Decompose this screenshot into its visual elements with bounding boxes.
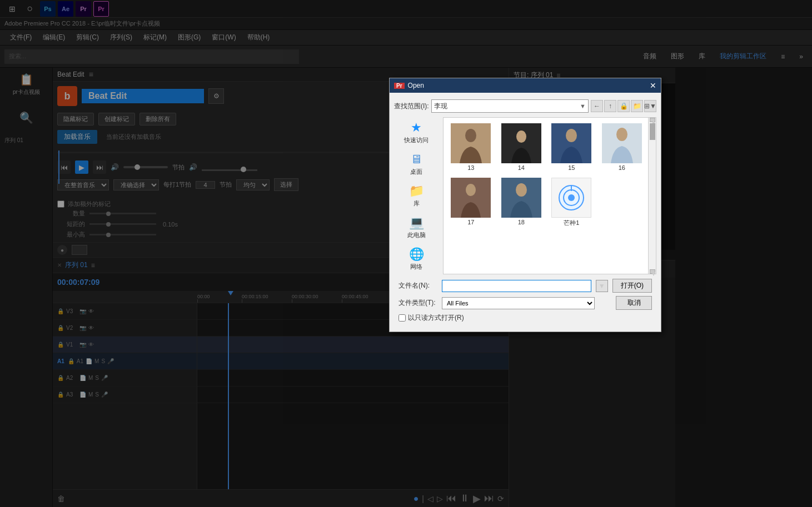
dialog-toolbar: 查找范围(I): 李现 ▼ ← ↑ 🔒 📁 ⊞▼ xyxy=(394,97,656,117)
dialog-title: Open xyxy=(408,82,424,89)
filename-row: 文件名(N): ▼ 打开(O) xyxy=(398,279,652,293)
person-silhouette-16 xyxy=(602,123,642,163)
open-dialog: Pr Open ✕ 查找范围(I): 李现 ▼ ← ↑ 🔒 📁 ⊞▼ xyxy=(389,78,661,332)
svg-rect-17 xyxy=(501,178,541,218)
scroll-thumb[interactable] xyxy=(650,123,655,140)
person-silhouette-15 xyxy=(551,123,591,163)
file-item-18[interactable]: 18 xyxy=(496,174,547,230)
file-item-14[interactable]: 14 xyxy=(496,120,547,174)
file-thumb-16 xyxy=(602,123,642,163)
svg-point-20 xyxy=(568,194,575,201)
sidebar-library[interactable]: 📁 库 xyxy=(394,180,439,211)
dialog-title-text: Pr Open xyxy=(394,82,424,89)
desktop-label: 桌面 xyxy=(410,168,422,176)
search-range-label: 查找范围(I): xyxy=(394,102,429,111)
person-silhouette-18 xyxy=(501,178,541,218)
quick-access-label: 快速访问 xyxy=(404,136,429,144)
nav-newfolder[interactable]: 📁 xyxy=(631,100,643,112)
computer-icon: 💻 xyxy=(409,215,424,230)
svg-rect-8 xyxy=(551,123,591,163)
file-thumb-15 xyxy=(551,123,591,163)
nav-up[interactable]: ↑ xyxy=(604,100,616,112)
file-label-audio: 芒种1 xyxy=(564,219,579,227)
dialog-layout: ★ 快速访问 🖥 桌面 📁 库 💻 此电脑 🌐 网络 xyxy=(394,117,656,274)
person-silhouette-17 xyxy=(451,178,491,218)
view-toggle[interactable]: ⊞▼ xyxy=(644,100,656,112)
sidebar-quick-access[interactable]: ★ 快速访问 xyxy=(394,117,439,148)
readonly-checkbox-row: 以只读方式打开(R) xyxy=(398,313,652,323)
person-silhouette-13 xyxy=(451,123,491,163)
svg-rect-11 xyxy=(602,123,642,163)
nav-lock[interactable]: 🔒 xyxy=(617,100,630,112)
svg-rect-14 xyxy=(451,178,491,218)
file-scrollbar[interactable]: ▲ ▼ xyxy=(648,118,656,274)
file-thumb-17 xyxy=(451,178,491,218)
cancel-button[interactable]: 取消 xyxy=(616,296,652,310)
dialog-sidebar: ★ 快速访问 🖥 桌面 📁 库 💻 此电脑 🌐 网络 xyxy=(394,117,439,274)
file-grid: 13 14 xyxy=(443,117,656,274)
readonly-label: 以只读方式打开(R) xyxy=(408,313,464,323)
library-icon: 📁 xyxy=(409,184,424,198)
file-thumb-audio xyxy=(551,178,591,218)
file-item-15[interactable]: 15 xyxy=(546,120,597,174)
path-dropdown[interactable]: 李现 ▼ xyxy=(431,99,589,113)
file-label-15: 15 xyxy=(568,164,575,171)
file-item-13[interactable]: 13 xyxy=(446,120,496,174)
computer-label: 此电脑 xyxy=(407,231,426,239)
file-item-16[interactable]: 16 xyxy=(597,120,647,174)
filename-label: 文件名(N): xyxy=(398,281,437,290)
filetype-label: 文件类型(T): xyxy=(398,298,437,308)
dialog-app-icon: Pr xyxy=(394,83,405,89)
file-thumb-13 xyxy=(451,123,491,163)
sidebar-computer[interactable]: 💻 此电脑 xyxy=(394,212,439,243)
file-grid-inner: 13 14 xyxy=(444,118,656,233)
filetype-select[interactable]: All Files xyxy=(442,297,595,309)
svg-rect-2 xyxy=(451,123,491,163)
filename-input[interactable] xyxy=(442,280,591,292)
dialog-close-button[interactable]: ✕ xyxy=(650,81,656,90)
dialog-footer: 文件名(N): ▼ 打开(O) 文件类型(T): All Files ▼ 取消 … xyxy=(394,274,656,327)
file-item-17[interactable]: 17 xyxy=(446,174,496,230)
file-thumb-14 xyxy=(501,123,541,163)
network-label: 网络 xyxy=(410,263,422,271)
file-item-audio[interactable]: 芒种1 xyxy=(546,174,597,230)
dialog-title-bar: Pr Open ✕ xyxy=(390,78,661,93)
desktop-icon: 🖥 xyxy=(410,152,422,167)
library-label: 库 xyxy=(414,199,420,208)
file-label-17: 17 xyxy=(467,219,474,225)
quick-access-icon: ★ xyxy=(411,121,422,135)
file-label-14: 14 xyxy=(518,164,525,171)
nav-back[interactable]: ← xyxy=(591,100,603,112)
sidebar-desktop[interactable]: 🖥 桌面 xyxy=(394,149,439,179)
person-silhouette-14 xyxy=(501,123,541,163)
file-label-16: 16 xyxy=(619,164,625,171)
open-button[interactable]: 打开(O) xyxy=(612,279,652,293)
filename-dropdown-arrow[interactable]: ▼ xyxy=(596,280,608,292)
file-label-13: 13 xyxy=(467,164,474,171)
path-arrow: ▼ xyxy=(580,103,586,109)
dialog-nav-icons: ← ↑ 🔒 📁 ⊞▼ xyxy=(591,100,656,112)
dialog-body: 查找范围(I): 李现 ▼ ← ↑ 🔒 📁 ⊞▼ ★ 快速访问 xyxy=(390,93,661,332)
file-label-18: 18 xyxy=(518,219,525,225)
scroll-down-arrow[interactable]: ▼ xyxy=(650,269,655,274)
filetype-row: 文件类型(T): All Files ▼ 取消 xyxy=(398,296,652,310)
current-path: 李现 xyxy=(434,102,447,111)
scroll-up-arrow[interactable]: ▲ xyxy=(650,118,655,122)
readonly-checkbox[interactable] xyxy=(398,314,406,322)
network-icon: 🌐 xyxy=(409,247,424,262)
sidebar-network[interactable]: 🌐 网络 xyxy=(394,244,439,274)
audio-icon xyxy=(557,184,585,212)
svg-rect-5 xyxy=(501,123,541,163)
file-thumb-18 xyxy=(501,178,541,218)
